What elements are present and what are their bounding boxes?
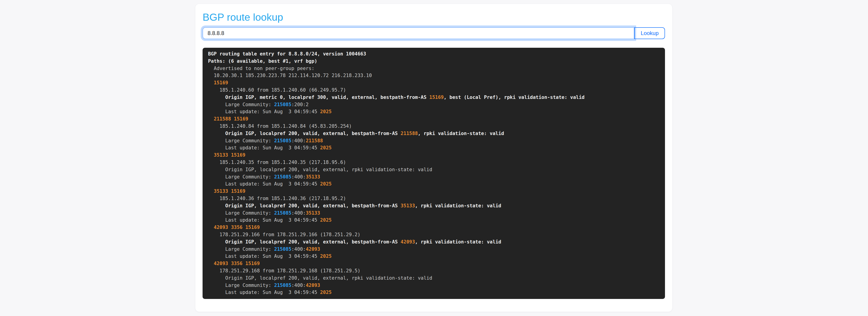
terminal-text: Large Community: [208, 247, 274, 252]
terminal-text: Origin IGP, localpref 200, valid, extern… [208, 167, 432, 172]
terminal-text: 10.20.30.1 185.230.223.78 212.114.120.72… [208, 73, 372, 78]
terminal-line: Last update: Sun Aug 3 04:59:45 2025 [208, 253, 659, 260]
terminal-line: 42093 3356 15169 [208, 260, 659, 267]
highlighted-as-number: 35133 [401, 203, 415, 209]
highlighted-as-number: 35133 15169 [208, 152, 245, 158]
highlighted-as-number: 215085 [274, 138, 291, 144]
terminal-line: Origin IGP, localpref 200, valid, extern… [208, 130, 659, 137]
terminal-text: :200:2 [291, 102, 309, 107]
terminal-text: 178.251.29.166 from 178.251.29.166 (178.… [208, 232, 360, 238]
terminal-text: , best (Local Pref), rpki validation-sta… [444, 95, 585, 100]
terminal-text: Origin IGP, metric 0, localpref 300, val… [208, 95, 430, 100]
terminal-line: Origin IGP, localpref 200, valid, extern… [208, 239, 659, 246]
highlighted-as-number: 2025 [320, 253, 332, 259]
route-input[interactable] [203, 27, 634, 39]
highlighted-as-number: 2025 [320, 217, 332, 223]
terminal-text: , rpki validation-state: valid [415, 203, 501, 209]
terminal-line: Large Community: 215085:400:42093 [208, 282, 659, 289]
terminal-text: 185.1.240.60 from 185.1.240.60 (66.249.9… [208, 87, 346, 93]
terminal-line: Large Community: 215085:400:35133 [208, 210, 659, 217]
terminal-text: :400: [291, 247, 306, 252]
lookup-button[interactable]: Lookup [634, 27, 665, 39]
highlighted-as-number: 215085 [274, 102, 291, 107]
terminal-text: Last update: Sun Aug 3 04:59:45 [208, 253, 320, 259]
terminal-line: 35133 15169 [208, 152, 659, 159]
highlighted-as-number: 211588 15169 [208, 116, 248, 122]
terminal-text: BGP routing table entry for 8.8.8.0/24, … [208, 51, 366, 57]
terminal-text: Paths: (6 available, best #1, vrf bgp) [208, 58, 317, 64]
terminal-line: 35133 15169 [208, 188, 659, 195]
terminal-text: Last update: Sun Aug 3 04:59:45 [208, 290, 320, 295]
terminal-line: Large Community: 215085:200:2 [208, 101, 659, 108]
terminal-line: Last update: Sun Aug 3 04:59:45 2025 [208, 145, 659, 152]
highlighted-as-number: 15169 [208, 80, 228, 86]
terminal-line: Origin IGP, localpref 200, valid, extern… [208, 202, 659, 210]
terminal-line: 178.251.29.168 from 178.251.29.168 (178.… [208, 267, 659, 275]
highlighted-as-number: 211588 [306, 138, 323, 144]
terminal-line: BGP routing table entry for 8.8.8.0/24, … [208, 51, 659, 58]
terminal-line: Paths: (6 available, best #1, vrf bgp) [208, 58, 659, 65]
terminal-text: Origin IGP, localpref 200, valid, extern… [208, 239, 401, 245]
highlighted-as-number: 42093 3356 15169 [208, 225, 260, 230]
terminal-text: Origin IGP, localpref 200, valid, extern… [208, 203, 401, 209]
terminal-text: :400: [291, 210, 306, 216]
terminal-line: 178.251.29.166 from 178.251.29.166 (178.… [208, 231, 659, 239]
highlighted-as-number: 2025 [320, 109, 332, 114]
terminal-line: Last update: Sun Aug 3 04:59:45 2025 [208, 181, 659, 188]
terminal-line: 10.20.30.1 185.230.223.78 212.114.120.72… [208, 72, 659, 80]
terminal-text: Large Community: [208, 174, 274, 180]
terminal-line: Origin IGP, localpref 200, valid, extern… [208, 275, 659, 282]
terminal-text: 185.1.240.36 from 185.1.240.36 (217.18.9… [208, 196, 346, 201]
terminal-line: 185.1.240.84 from 185.1.240.84 (45.83.20… [208, 123, 659, 130]
terminal-text: 185.1.240.35 from 185.1.240.35 (217.18.9… [208, 160, 346, 165]
terminal-text: Large Community: [208, 210, 274, 216]
highlighted-as-number: 42093 3356 15169 [208, 261, 260, 266]
terminal-line: 15169 [208, 80, 659, 87]
highlighted-as-number: 35133 [306, 174, 320, 180]
terminal-line: 185.1.240.35 from 185.1.240.35 (217.18.9… [208, 159, 659, 166]
terminal-line: Last update: Sun Aug 3 04:59:45 2025 [208, 108, 659, 116]
highlighted-as-number: 215085 [274, 174, 291, 180]
terminal-line: Last update: Sun Aug 3 04:59:45 2025 [208, 289, 659, 296]
terminal-line: 211588 15169 [208, 116, 659, 123]
terminal-text: 185.1.240.84 from 185.1.240.84 (45.83.20… [208, 123, 352, 129]
highlighted-as-number: 2025 [320, 145, 332, 151]
terminal-text: Origin IGP, localpref 200, valid, extern… [208, 131, 401, 136]
terminal-line: 42093 3356 15169 [208, 224, 659, 231]
terminal-text: Last update: Sun Aug 3 04:59:45 [208, 145, 320, 151]
terminal-text: Large Community: [208, 138, 274, 144]
terminal-line: 185.1.240.36 from 185.1.240.36 (217.18.9… [208, 195, 659, 202]
highlighted-as-number: 215085 [274, 210, 291, 216]
terminal-text: Last update: Sun Aug 3 04:59:45 [208, 181, 320, 187]
terminal-text: :400: [291, 174, 306, 180]
terminal-text: Origin IGP, localpref 200, valid, extern… [208, 275, 432, 281]
terminal-line: 185.1.240.60 from 185.1.240.60 (66.249.9… [208, 87, 659, 94]
route-input-group: Lookup [203, 27, 665, 39]
highlighted-as-number: 2025 [320, 181, 332, 187]
terminal-line: Large Community: 215085:400:42093 [208, 246, 659, 253]
terminal-line: Origin IGP, metric 0, localpref 300, val… [208, 94, 659, 101]
terminal-text: 178.251.29.168 from 178.251.29.168 (178.… [208, 268, 360, 274]
terminal-text: , rpki validation-state: valid [415, 239, 501, 245]
terminal-text: Large Community: [208, 283, 274, 288]
terminal-output: BGP routing table entry for 8.8.8.0/24, … [203, 48, 665, 299]
terminal-line: Large Community: 215085:400:211588 [208, 137, 659, 145]
highlighted-as-number: 42093 [306, 247, 320, 252]
highlighted-as-number: 35133 [306, 210, 320, 216]
terminal-text: , rpki validation-state: valid [418, 131, 504, 136]
terminal-line: Origin IGP, localpref 200, valid, extern… [208, 166, 659, 173]
page-title: BGP route lookup [203, 11, 665, 24]
highlighted-as-number: 15169 [430, 95, 444, 100]
terminal-text: Last update: Sun Aug 3 04:59:45 [208, 109, 320, 114]
terminal-text: Advertised to non peer-group peers: [208, 66, 314, 71]
terminal-line: Advertised to non peer-group peers: [208, 65, 659, 72]
highlighted-as-number: 215085 [274, 283, 291, 288]
highlighted-as-number: 42093 [306, 283, 320, 288]
highlighted-as-number: 35133 15169 [208, 188, 245, 194]
terminal-line: Last update: Sun Aug 3 04:59:45 2025 [208, 217, 659, 224]
terminal-text: Last update: Sun Aug 3 04:59:45 [208, 217, 320, 223]
terminal-line: Large Community: 215085:400:35133 [208, 173, 659, 181]
terminal-text: :400: [291, 283, 306, 288]
terminal-text: :400: [291, 138, 306, 144]
terminal-text: Large Community: [208, 102, 274, 107]
